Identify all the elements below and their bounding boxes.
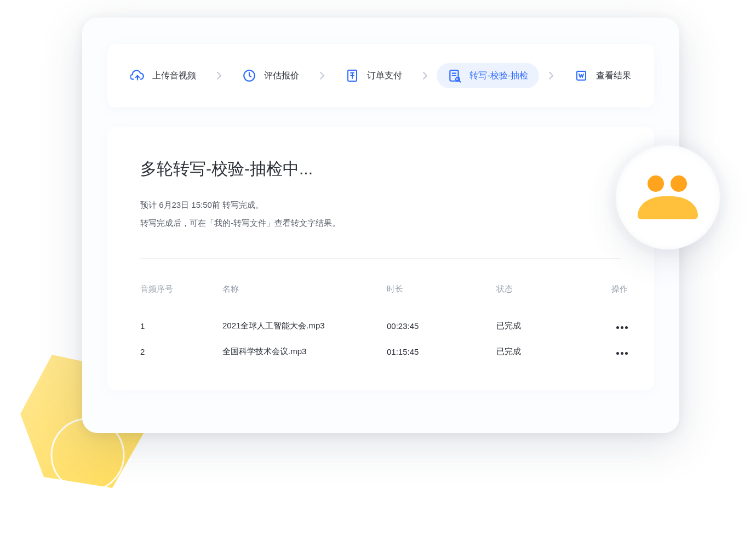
col-state-header: 状态 [496,284,584,294]
chevron-right-icon [422,71,428,80]
step-payment[interactable]: 订单支付 [334,63,413,88]
table-header-row: 音频序号 名称 时长 状态 操作 [140,284,621,294]
step-transcribe-verify[interactable]: 转写-校验-抽检 [437,63,539,88]
cell-seq: 2 [140,347,222,356]
cell-seq: 1 [140,321,222,331]
doc-check-icon [448,69,462,83]
receipt-icon [345,69,359,83]
step-label: 上传音视频 [152,70,196,82]
cell-name: 2021全球人工智能大会.mp3 [222,321,387,331]
chevron-right-icon [319,71,325,80]
team-avatar-badge [616,145,720,249]
chevron-right-icon [216,71,222,80]
divider [140,258,621,259]
col-action-header: 操作 [584,284,628,294]
status-hint-text: 转写完成后，可在「我的-转写文件」查看转文字结果。 [140,214,621,232]
content-panel: 多轮转写-校验-抽检中... 预计 6月23日 15:50前 转写完成。 转写完… [107,127,654,390]
step-label: 订单支付 [367,70,402,82]
status-eta-text: 预计 6月23日 15:50前 转写完成。 [140,196,621,214]
cell-name: 全国科学技术会议.mp3 [222,346,387,357]
step-label: 转写-校验-抽检 [469,70,528,82]
progress-steps-bar: 上传音视频 评估报价 订单支付 转写-校验-抽检 [107,44,654,107]
table-row: 2 全国科学技术会议.mp3 01:15:45 已完成 [140,339,621,365]
word-doc-icon [574,69,588,83]
chevron-right-icon [548,71,554,80]
status-heading: 多轮转写-校验-抽检中... [140,158,621,180]
cell-duration: 01:15:45 [387,347,496,356]
cell-duration: 00:23:45 [387,321,496,331]
table-row: 1 2021全球人工智能大会.mp3 00:23:45 已完成 [140,313,621,339]
main-panel: 上传音视频 评估报价 订单支付 转写-校验-抽检 [82,18,679,433]
more-icon[interactable] [616,326,628,329]
cloud-upload-icon [130,69,145,83]
step-label: 评估报价 [264,70,299,82]
cell-state: 已完成 [496,346,584,357]
clock-icon [242,69,256,83]
col-name-header: 名称 [222,284,387,294]
cell-action [584,321,628,331]
col-duration-header: 时长 [387,284,496,294]
audio-table: 音频序号 名称 时长 状态 操作 1 2021全球人工智能大会.mp3 00:2… [140,284,621,365]
people-icon [638,175,698,219]
cell-action [584,347,628,356]
step-quote[interactable]: 评估报价 [231,63,310,88]
step-result[interactable]: 查看结果 [563,63,642,88]
more-icon[interactable] [616,352,628,355]
step-upload[interactable]: 上传音视频 [119,63,207,88]
step-label: 查看结果 [596,70,631,82]
cell-state: 已完成 [496,321,584,331]
col-seq-header: 音频序号 [140,284,222,294]
